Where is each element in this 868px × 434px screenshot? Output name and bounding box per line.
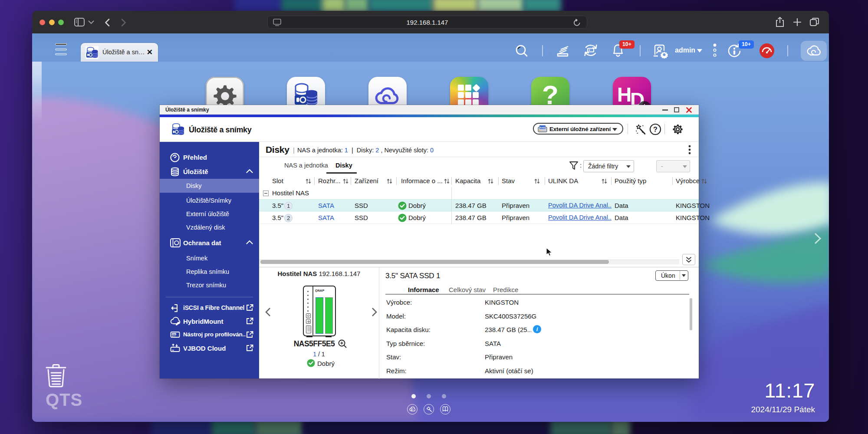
svg-text:SSD: SSD [172, 333, 176, 335]
svg-text:?: ? [653, 126, 658, 133]
svg-text:RAID: RAID [539, 126, 545, 129]
svg-text:QNAP: QNAP [315, 289, 324, 293]
